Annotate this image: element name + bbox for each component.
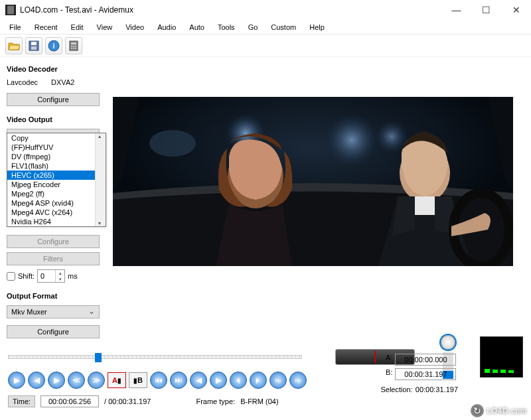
app-icon — [5, 5, 16, 15]
svg-point-12 — [73, 46, 74, 47]
menu-go[interactable]: Go — [242, 22, 265, 33]
goto-start-button[interactable]: ⏮ — [150, 372, 167, 389]
preview-image — [113, 97, 513, 266]
svg-point-14 — [71, 48, 72, 49]
selection-label: Selection: — [380, 385, 412, 393]
option-dv[interactable]: DV (ffmpeg) — [7, 152, 106, 161]
goto-end-button[interactable]: ⏭ — [170, 372, 187, 389]
svg-rect-5 — [31, 42, 37, 45]
option-hevc[interactable]: HEVC (x265) — [7, 171, 106, 180]
svg-point-19 — [325, 113, 378, 167]
forward-button[interactable]: ≫ — [88, 372, 105, 389]
volume-knob[interactable] — [441, 335, 455, 350]
menu-audio[interactable]: Audio — [151, 22, 183, 33]
timeline-track[interactable] — [8, 355, 302, 359]
output-format-combo[interactable]: Mkv Muxer — [7, 305, 100, 318]
svg-rect-10 — [71, 42, 76, 44]
output-format-configure-button[interactable]: Configure — [7, 325, 100, 338]
play-button[interactable]: ▶ — [8, 372, 25, 389]
svg-rect-24 — [415, 196, 435, 215]
svg-point-21 — [149, 130, 196, 157]
calc-icon — [68, 40, 79, 51]
svg-point-16 — [75, 48, 76, 49]
rewind-button[interactable]: ≪ — [68, 372, 85, 389]
option-mpeg4asp[interactable]: Mpeg4 ASP (xvid4) — [7, 198, 106, 208]
menu-recent[interactable]: Recent — [28, 22, 64, 33]
video-output-filters-button[interactable]: Filters — [7, 252, 100, 265]
menu-auto[interactable]: Auto — [183, 22, 211, 33]
svg-point-15 — [73, 48, 74, 49]
option-huffyuv[interactable]: (FF)HuffYUV — [7, 143, 106, 152]
option-nvidia[interactable]: Nvidia H264 — [7, 217, 106, 226]
prev-cut-button[interactable]: hp — [269, 372, 287, 389]
vu-meter — [480, 336, 523, 378]
svg-rect-2 — [5, 5, 7, 15]
maximize-button[interactable]: ☐ — [471, 0, 501, 20]
menu-edit[interactable]: Edit — [64, 22, 90, 33]
menu-custom[interactable]: Custom — [264, 22, 303, 33]
set-marker-a-button[interactable]: A▮ — [108, 372, 126, 388]
menu-bar: File Recent Edit View Video Audio Auto T… — [0, 20, 531, 35]
open-icon — [8, 41, 20, 50]
marker-b-label: B: — [380, 368, 392, 380]
calculator-button[interactable] — [65, 37, 82, 54]
selection-value: 00:00:31.197 — [416, 385, 458, 393]
marker-b-value: 00:00:31.197 — [395, 368, 456, 380]
shift-label: Shift: — [18, 272, 35, 280]
next-cut-button[interactable]: hp — [289, 372, 307, 389]
video-output-dropdown[interactable]: Copy (FF)HuffYUV DV (ffmpeg) FLV1(flash)… — [7, 133, 106, 227]
shift-spinner[interactable]: 0 ▴▾ — [37, 269, 65, 283]
shift-checkbox[interactable] — [7, 272, 15, 281]
open-button[interactable] — [5, 37, 23, 54]
svg-rect-6 — [31, 46, 37, 50]
option-mjpeg[interactable]: Mjpeg Encoder — [7, 180, 106, 189]
watermark-icon: ↻ — [471, 404, 484, 417]
menu-file[interactable]: File — [3, 22, 28, 33]
next-black-button[interactable]: ⏵ — [250, 372, 267, 389]
option-mpeg4avc[interactable]: Mpeg4 AVC (x264) — [7, 208, 106, 217]
frametype-value: B-FRM (04) — [240, 397, 278, 405]
video-area — [113, 57, 531, 342]
window-title: LO4D.com - Test.avi - Avidemux — [20, 5, 441, 15]
decoder-lavcodec-label: Lavcodec — [7, 78, 38, 86]
marker-a-value: 00:00:00.000 — [395, 354, 456, 366]
toolbar: i — [0, 35, 531, 57]
menu-help[interactable]: Help — [303, 22, 331, 33]
title-bar: LO4D.com - Test.avi - Avidemux — ☐ ✕ — [0, 0, 531, 20]
set-marker-b-button[interactable]: ▮B — [129, 372, 147, 388]
decoder-dxva2-label: DXVA2 — [51, 78, 74, 86]
menu-tools[interactable]: Tools — [211, 22, 242, 33]
output-format-title: Output Format — [7, 292, 106, 300]
watermark: ↻ LO4D.com — [471, 404, 527, 417]
time-value[interactable]: 00:00:06.256 — [40, 395, 99, 407]
decoder-configure-button[interactable]: Configure — [7, 93, 100, 106]
selection-info: A:00:00:00.000 B:00:00:31.197 Selection:… — [380, 354, 458, 396]
menu-view[interactable]: View — [90, 22, 119, 33]
info-button[interactable]: i — [45, 37, 62, 54]
timeline-playhead[interactable] — [95, 353, 102, 362]
svg-rect-3 — [14, 5, 16, 15]
prev-keyframe-button[interactable]: ◀ — [190, 372, 207, 389]
prev-button[interactable]: ◀ — [28, 372, 45, 389]
close-button[interactable]: ✕ — [501, 0, 531, 20]
save-icon — [29, 40, 39, 51]
next-button[interactable]: ▶ — [48, 372, 65, 389]
option-flv1[interactable]: FLV1(flash) — [7, 161, 106, 171]
svg-point-11 — [71, 46, 72, 47]
save-button[interactable] — [25, 37, 42, 54]
video-preview — [113, 97, 513, 266]
info-icon: i — [48, 40, 60, 52]
option-copy[interactable]: Copy — [7, 133, 106, 143]
video-decoder-title: Video Decoder — [7, 65, 106, 73]
svg-point-13 — [75, 46, 76, 47]
prev-black-button[interactable]: ⏴ — [230, 372, 247, 389]
dropdown-scrollbar[interactable] — [95, 133, 106, 226]
menu-video[interactable]: Video — [119, 22, 151, 33]
minimize-button[interactable]: — — [441, 0, 471, 20]
shift-unit: ms — [68, 272, 78, 280]
next-keyframe-button[interactable]: ▶ — [210, 372, 227, 389]
video-output-title: Video Output — [7, 115, 106, 123]
svg-rect-1 — [7, 6, 15, 14]
option-mpeg2[interactable]: Mpeg2 (ff) — [7, 189, 106, 198]
video-output-configure-button[interactable]: Configure — [7, 235, 100, 248]
